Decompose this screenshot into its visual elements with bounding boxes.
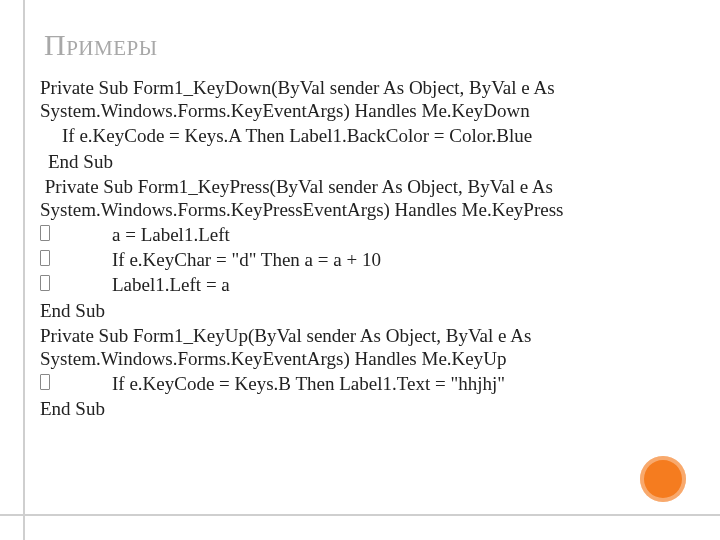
code-line: Private Sub Form1_KeyPress(ByVal sender … — [40, 175, 680, 221]
slide: Примеры Private Sub Form1_KeyDown(ByVal … — [0, 0, 720, 540]
slide-title: Примеры — [44, 28, 680, 62]
bullet-text: a = Label1.Left — [112, 224, 230, 245]
bullet-marker-icon — [40, 275, 50, 291]
bullet-item: If e.KeyChar = "d" Then a = a + 10 — [40, 248, 680, 271]
bullet-marker-icon — [40, 374, 50, 390]
decorative-circle-icon — [640, 456, 686, 502]
bullet-text: If e.KeyCode = Keys.B Then Label1.Text =… — [112, 373, 505, 394]
bullet-marker-icon — [40, 250, 50, 266]
bullet-item: a = Label1.Left — [40, 223, 680, 246]
bullet-item: If e.KeyCode = Keys.B Then Label1.Text =… — [40, 372, 680, 395]
bullet-item: Label1.Left = a — [40, 273, 680, 296]
bullet-marker-icon — [40, 225, 50, 241]
code-line: End Sub — [40, 150, 680, 173]
code-line: Private Sub Form1_KeyDown(ByVal sender A… — [40, 76, 680, 122]
code-line: Private Sub Form1_KeyUp(ByVal sender As … — [40, 324, 680, 370]
bullet-text: Label1.Left = a — [112, 274, 230, 295]
bullet-text: If e.KeyChar = "d" Then a = a + 10 — [112, 249, 381, 270]
decorative-vertical-line — [23, 0, 25, 540]
decorative-horizontal-line — [0, 514, 720, 516]
code-line: If e.KeyCode = Keys.A Then Label1.BackCo… — [40, 124, 680, 147]
code-line: End Sub — [40, 299, 680, 322]
slide-body: Private Sub Form1_KeyDown(ByVal sender A… — [40, 76, 680, 420]
code-line: End Sub — [40, 397, 680, 420]
